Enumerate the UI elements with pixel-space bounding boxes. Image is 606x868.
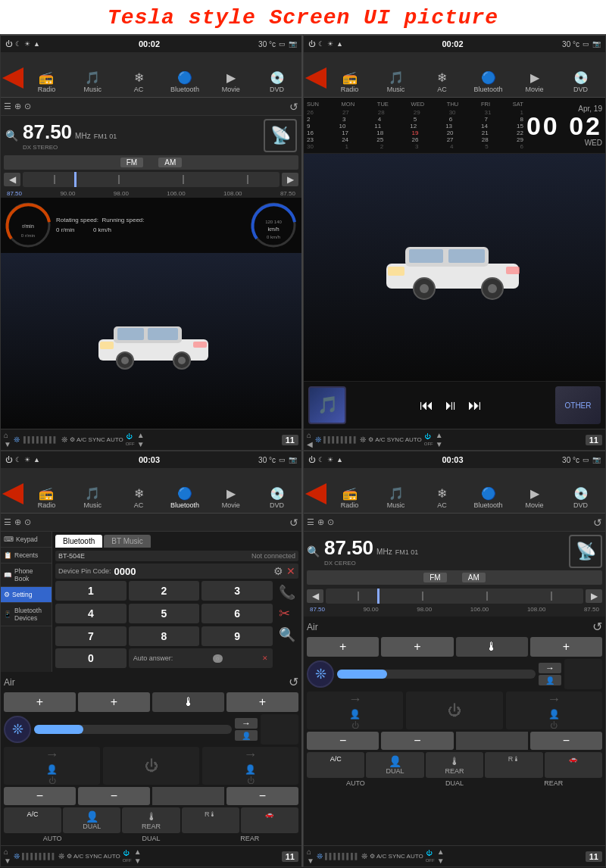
search-icon-4[interactable]: 🔍 — [307, 545, 320, 557]
bt-tab-bluetooth-3[interactable]: Bluetooth — [55, 535, 102, 548]
air-slider-3[interactable] — [34, 725, 232, 734]
nav-movie-4[interactable]: ▶ Movie — [511, 486, 558, 510]
power-on-1[interactable]: ⏻OFF — [126, 433, 135, 447]
down-arrow-4[interactable]: ▼ — [437, 857, 445, 865]
am-btn-1[interactable]: AM — [158, 158, 182, 167]
nav-bluetooth-4[interactable]: 🔵 Bluetooth — [465, 486, 511, 510]
air-back-4[interactable]: ↺ — [592, 620, 602, 634]
nav-ac-1[interactable]: ❄ AC — [116, 70, 162, 95]
media-play-2[interactable]: ⏯ — [444, 398, 458, 414]
nav-ac-2[interactable]: ❄ AC — [419, 70, 465, 95]
fm-btn-4[interactable]: FM — [423, 573, 446, 582]
toolbar-scan-1[interactable]: ⊙ — [24, 101, 31, 111]
bt-key-6[interactable]: 6 — [201, 604, 273, 623]
down-icon-3[interactable]: ▼ — [4, 857, 11, 865]
bt-key-5[interactable]: 5 — [129, 604, 200, 623]
up-arrow-3[interactable]: ▲ — [134, 848, 142, 856]
air-r-rear-btn-3[interactable]: R🌡 — [182, 807, 239, 833]
nav-arrow-4[interactable] — [305, 483, 326, 504]
air-ac-btn-4[interactable]: A/C — [307, 752, 364, 778]
media-next-2[interactable]: ⏭ — [468, 398, 482, 414]
nav-ac-3[interactable]: ❄ AC — [116, 486, 162, 510]
bt-scissors-icon-3[interactable]: ✂ — [279, 605, 295, 622]
fm-btn-1[interactable]: FM — [120, 158, 143, 167]
bt-settings-gear-3[interactable]: ⚙ — [273, 565, 283, 577]
bt-call-icon-3[interactable]: 📞 — [279, 584, 295, 601]
bt-key-1[interactable]: 1 — [55, 581, 127, 601]
toolbar-reset-3[interactable]: ↺ — [289, 517, 298, 529]
nav-bluetooth-1[interactable]: 🔵 Bluetooth — [161, 70, 208, 95]
air-back-3[interactable]: ↺ — [289, 675, 298, 689]
up-arrow-4[interactable]: ▲ — [437, 848, 445, 856]
up-arrow-r-2[interactable]: ▲ — [436, 431, 443, 439]
air-minus-left-3[interactable]: − — [4, 787, 76, 805]
air-plus-left-4[interactable]: + — [307, 637, 379, 657]
toolbar-menu-1[interactable]: ☰ — [4, 101, 11, 111]
bt-auto-toggle-3[interactable]: ○ — [213, 654, 223, 663]
nav-bluetooth-3[interactable]: 🔵 Bluetooth — [161, 486, 208, 510]
nav-movie-3[interactable]: ▶ Movie — [208, 486, 254, 510]
bt-setting-3[interactable]: ⚙Setting — [1, 587, 52, 603]
air-rear-btn-4[interactable]: 🌡REAR — [426, 752, 483, 778]
power-on-3[interactable]: ⏻OFF — [123, 850, 132, 863]
air-minus-mid-4[interactable]: − — [381, 732, 453, 750]
home-icon-2[interactable]: ⌂ — [307, 431, 313, 439]
media-prev-2[interactable]: ⏮ — [420, 398, 433, 414]
nav-radio-3[interactable]: 📻 Radio — [23, 486, 70, 510]
air-auto-btn-4[interactable]: 🚗 — [545, 752, 602, 778]
up-arrow-r-1[interactable]: ▲ — [137, 431, 145, 439]
down-icon-4[interactable]: ▼ — [307, 857, 314, 865]
down-arrow-r-1[interactable]: ▼ — [137, 440, 145, 448]
air-slider-4[interactable] — [337, 670, 536, 679]
nav-music-3[interactable]: 🎵 Music — [70, 486, 116, 510]
nav-radio-4[interactable]: 📻 Radio — [326, 486, 373, 510]
air-minus-right-3[interactable]: − — [226, 787, 298, 805]
nav-bluetooth-2[interactable]: 🔵 Bluetooth — [465, 70, 511, 95]
nav-movie-2[interactable]: ▶ Movie — [511, 70, 558, 95]
air-fan-icon-3[interactable]: ❊ — [4, 716, 31, 743]
air-dual-btn-3[interactable]: 👤DUAL — [63, 807, 120, 833]
air-plus-mid-4[interactable]: + — [381, 637, 453, 657]
bt-key-7[interactable]: 7 — [55, 626, 127, 646]
bt-key-2[interactable]: 2 — [129, 581, 200, 601]
freq-next-1[interactable]: ▶ — [282, 173, 298, 186]
back-icon-2[interactable]: ◀ — [307, 440, 313, 448]
air-plus-right-3[interactable]: + — [226, 692, 298, 712]
nav-arrow-2[interactable] — [305, 67, 326, 89]
power-on-4[interactable]: ⏻OFF — [426, 850, 435, 863]
bt-tab-music-3[interactable]: BT Music — [104, 535, 151, 548]
air-rear-btn-3[interactable]: 🌡REAR — [122, 807, 180, 833]
air-minus-mid-3[interactable]: − — [78, 787, 150, 805]
nav-music-2[interactable]: 🎵 Music — [373, 70, 419, 95]
down-arrow-3[interactable]: ▼ — [134, 857, 142, 865]
nav-movie-1[interactable]: ▶ Movie — [208, 70, 254, 95]
nav-dvd-3[interactable]: 💿 DVD — [254, 486, 300, 510]
bt-auto-x-3[interactable]: ✕ — [262, 654, 268, 662]
nav-dvd-2[interactable]: 💿 DVD — [558, 70, 604, 95]
am-btn-4[interactable]: AM — [462, 573, 486, 582]
home-icon-1[interactable]: ⌂ — [4, 431, 11, 439]
air-ac-btn-3[interactable]: A/C — [4, 807, 61, 833]
nav-arrow-3[interactable] — [2, 483, 23, 504]
toolbar-reset-4[interactable]: ↺ — [593, 517, 602, 529]
toolbar-reset-1[interactable]: ↺ — [289, 101, 298, 113]
air-plus-left-3[interactable]: + — [4, 692, 76, 712]
power-on-2[interactable]: ⏻OFF — [424, 433, 433, 447]
air-minus-left-4[interactable]: − — [307, 732, 379, 750]
nav-music-1[interactable]: 🎵 Music — [70, 70, 116, 95]
air-flow-btn-4[interactable]: → — [539, 663, 561, 673]
toolbar-eq-1[interactable]: ⊕ — [14, 101, 21, 111]
bt-clear-3[interactable]: ✕ — [286, 565, 295, 577]
nav-radio-2[interactable]: 📻 Radio — [326, 70, 373, 95]
toolbar-eq-3[interactable]: ⊕ — [14, 517, 21, 527]
toolbar-menu-3[interactable]: ☰ — [4, 517, 11, 527]
search-icon-1[interactable]: 🔍 — [5, 130, 18, 142]
air-dual-btn-4[interactable]: 👤DUAL — [366, 752, 423, 778]
down-arrow-1[interactable]: ▼ — [4, 440, 11, 448]
bt-keypad-3[interactable]: ⌨Keypad — [1, 532, 52, 548]
nav-arrow-1[interactable] — [2, 67, 23, 89]
nav-music-4[interactable]: 🎵 Music — [373, 486, 419, 510]
nav-radio-1[interactable]: 📻 Radio — [23, 70, 70, 95]
air-minus-right-4[interactable]: − — [530, 732, 602, 750]
nav-dvd-4[interactable]: 💿 DVD — [558, 486, 604, 510]
